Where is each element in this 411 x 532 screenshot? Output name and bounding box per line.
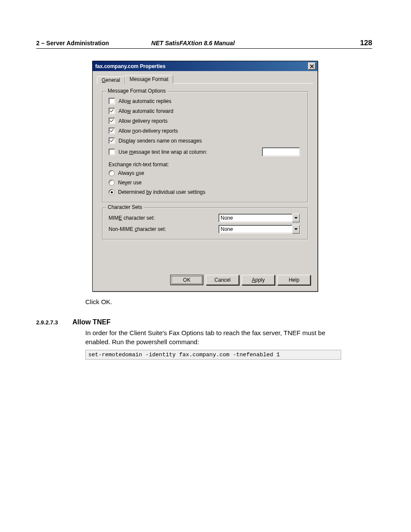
row-mime-charset: MIME character set: None: [109, 212, 302, 224]
button-label: OK: [183, 277, 190, 283]
radio-label: Determined by individual user settings: [118, 189, 206, 195]
checkbox-icon[interactable]: [109, 128, 115, 134]
check-label: Display senders name on messages: [118, 138, 202, 144]
checkbox-icon[interactable]: [109, 118, 115, 124]
check-auto-replies[interactable]: Allow automatic replies: [109, 96, 302, 106]
check-label: Use message text line wrap at column:: [118, 149, 207, 155]
non-mime-charset-label: Non-MIME character set:: [109, 226, 218, 232]
page-header: 2 – Server Administration NET SatisFAXti…: [36, 39, 372, 49]
radio-never-use[interactable]: Never use: [109, 178, 302, 187]
radio-icon[interactable]: [109, 170, 115, 176]
close-button[interactable]: [308, 62, 316, 70]
apply-button[interactable]: Apply: [242, 275, 275, 285]
tab-message-format[interactable]: Message Format: [125, 75, 173, 84]
header-title: NET SatisFAXtion 8.6 Manual: [151, 40, 235, 47]
checkbox-icon[interactable]: [109, 108, 115, 114]
select-value: None: [221, 226, 233, 232]
radio-label: Never use: [118, 180, 142, 186]
line-wrap-column-input[interactable]: [262, 147, 300, 156]
group-legend: Message Format Options: [106, 88, 168, 94]
check-label: Allow automatic replies: [118, 98, 171, 104]
titlebar: fax.company.com Properties: [93, 61, 318, 71]
tab-label: General: [102, 77, 120, 83]
section-title: Allow TNEF: [72, 318, 111, 326]
tnef-paragraph: In order for the Client Suite's Fax Opti…: [85, 329, 337, 346]
group-character-sets: Character Sets MIME character set: None …: [102, 208, 308, 240]
mime-charset-select[interactable]: None: [218, 214, 300, 222]
tab-label: Message Format: [130, 76, 168, 82]
dialog-body: General Message Format Message Format Op…: [93, 71, 318, 291]
checkbox-icon[interactable]: [109, 137, 115, 144]
check-display-sender[interactable]: Display senders name on messages: [109, 136, 302, 146]
properties-dialog: fax.company.com Properties General Messa…: [92, 61, 318, 292]
check-label: Allow automatic forward: [118, 108, 173, 114]
instruction-click-ok: Click OK.: [85, 298, 335, 306]
button-label: Apply: [252, 277, 265, 283]
close-icon: [310, 65, 314, 68]
chevron-down-icon: [292, 214, 300, 222]
dialog-title: fax.company.com Properties: [95, 63, 308, 69]
check-line-wrap[interactable]: Use message text line wrap at column:: [109, 146, 302, 158]
section-number: 2.9.2.7.3: [36, 319, 72, 326]
button-label: Help: [289, 277, 299, 283]
tabstrip: General Message Format: [97, 75, 313, 83]
rtf-radio-group: Always use Never use Determined by indiv…: [109, 168, 302, 197]
radio-label: Always use: [118, 170, 144, 176]
mime-charset-label: MIME character set:: [109, 215, 218, 221]
checkbox-icon[interactable]: [109, 98, 115, 104]
header-section: 2 – Server Administration: [36, 40, 109, 47]
check-auto-forward[interactable]: Allow automatic forward: [109, 106, 302, 116]
check-label: Allow non-delivery reports: [118, 128, 178, 134]
non-mime-charset-select[interactable]: None: [218, 225, 300, 233]
rtf-label: Exchange rich-text format:: [109, 161, 302, 168]
group-message-format-options: Message Format Options Allow automatic r…: [102, 91, 308, 202]
chevron-down-icon: [292, 225, 300, 233]
row-non-mime-charset: Non-MIME character set: None: [109, 224, 302, 235]
button-label: Cancel: [215, 277, 230, 283]
powershell-command: set-remotedomain -identity fax.company.c…: [85, 350, 341, 360]
radio-icon[interactable]: [109, 189, 115, 195]
group-legend: Character Sets: [106, 204, 144, 210]
dialog-button-row: OK Cancel Apply Help: [97, 272, 313, 286]
radio-icon[interactable]: [109, 180, 115, 186]
radio-determined-by-user[interactable]: Determined by individual user settings: [109, 187, 302, 197]
radio-always-use[interactable]: Always use: [109, 168, 302, 178]
check-delivery-reports[interactable]: Allow delivery reports: [109, 116, 302, 126]
tab-general[interactable]: General: [97, 76, 125, 84]
check-non-delivery-reports[interactable]: Allow non-delivery reports: [109, 126, 302, 136]
manual-page: 2 – Server Administration NET SatisFAXti…: [0, 0, 411, 532]
check-label: Allow delivery reports: [118, 118, 168, 124]
ok-button[interactable]: OK: [170, 275, 203, 285]
checkbox-icon[interactable]: [109, 149, 115, 155]
select-value: None: [221, 215, 233, 221]
help-button[interactable]: Help: [277, 275, 311, 285]
section-heading: 2.9.2.7.3 Allow TNEF: [36, 318, 372, 326]
cancel-button[interactable]: Cancel: [206, 275, 239, 285]
tab-panel: Message Format Options Allow automatic r…: [97, 83, 313, 272]
page-number: 128: [360, 39, 372, 47]
